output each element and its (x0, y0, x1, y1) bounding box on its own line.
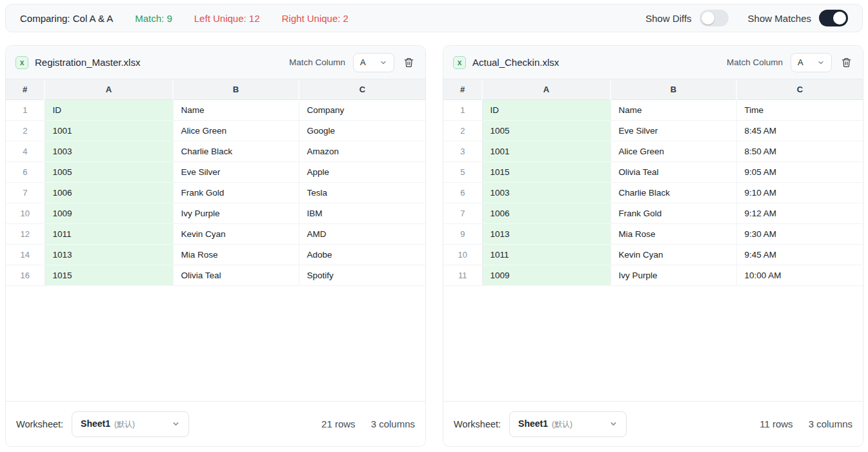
table-row: 1IDNameCompany (6, 99, 425, 120)
chevron-down-icon (817, 59, 825, 67)
match-column-label: Match Column (727, 57, 783, 67)
cell-col-b: Charlie Black (611, 182, 736, 203)
header-row-number: # (6, 79, 45, 99)
cell-col-c: Time (736, 99, 863, 120)
cell-col-a: 1009 (482, 265, 611, 285)
cell-col-b: Eve Silver (611, 120, 736, 141)
row-number: 12 (6, 223, 45, 244)
row-number: 6 (6, 161, 45, 182)
remove-file-button[interactable] (840, 56, 853, 70)
worksheet-label: Worksheet: (454, 419, 501, 429)
row-number: 2 (443, 120, 482, 141)
table-row: 71006Frank Gold9:12 AM (443, 203, 863, 223)
remove-file-button[interactable] (402, 56, 416, 70)
trash-icon (841, 57, 852, 68)
cell-col-b: Olivia Teal (173, 265, 299, 285)
cell-col-a: 1005 (482, 120, 611, 141)
cell-col-c: Spotify (299, 265, 425, 285)
row-number: 5 (443, 161, 482, 182)
cell-col-b: Kevin Cyan (611, 244, 736, 265)
cell-col-b: Name (173, 99, 299, 120)
show-diffs-group: Show Diffs (645, 10, 728, 26)
cell-col-b: Charlie Black (173, 141, 299, 161)
chevron-down-icon (172, 420, 180, 428)
cell-col-b: Mia Rose (611, 223, 736, 244)
cell-col-c: IBM (299, 203, 425, 223)
row-number: 7 (6, 182, 45, 203)
column-count: 3 columns (809, 418, 853, 429)
column-count: 3 columns (371, 418, 415, 429)
right-header-controls: Match Column A (727, 53, 853, 72)
comparing-label: Comparing: Col A & A (20, 13, 113, 24)
match-count: Match: 9 (135, 13, 172, 24)
cell-col-b: Frank Gold (611, 203, 736, 223)
cell-col-b: Ivy Purple (611, 265, 736, 285)
show-matches-toggle[interactable] (819, 10, 848, 26)
cell-col-c: 9:10 AM (736, 182, 863, 203)
cell-col-a: 1013 (45, 244, 173, 265)
left-grid-stats: 21 rows 3 columns (321, 418, 415, 429)
comparison-stats: Comparing: Col A & A Match: 9 Left Uniqu… (20, 13, 348, 24)
header-row-number: # (443, 79, 482, 99)
row-number: 11 (443, 265, 482, 285)
cell-col-c: Tesla (299, 182, 425, 203)
excel-file-icon: x (15, 56, 28, 69)
column-header-row: # A B C (6, 79, 425, 99)
excel-file-icon: x (453, 56, 466, 69)
right-unique-count: Right Unique: 2 (282, 13, 348, 24)
cell-col-a: 1009 (45, 203, 173, 223)
cell-col-c: AMD (299, 223, 425, 244)
worksheet-select[interactable]: Sheet1(默认) (72, 411, 189, 437)
cell-col-a: 1001 (482, 141, 611, 161)
table-row: 101009Ivy PurpleIBM (6, 203, 425, 223)
match-column-select[interactable]: A (791, 53, 832, 72)
table-row: 21005Eve Silver8:45 AM (443, 120, 863, 141)
worksheet-label: Worksheet: (16, 419, 63, 429)
match-column-select[interactable]: A (353, 53, 394, 72)
match-column-value: A (798, 57, 803, 67)
cell-col-a: ID (45, 99, 173, 120)
chevron-down-icon (379, 59, 387, 67)
table-row: 91013Mia Rose9:30 AM (443, 223, 863, 244)
row-number: 3 (443, 141, 482, 161)
cell-col-b: Alice Green (611, 141, 736, 161)
left-panel-header: x Registration_Master.xlsx Match Column … (6, 46, 425, 79)
right-panel-header: x Actual_Checkin.xlsx Match Column A (443, 46, 863, 79)
header-col-c: C (299, 79, 425, 99)
cell-col-a: 1003 (45, 141, 173, 161)
cell-col-c: 10:00 AM (736, 265, 863, 285)
show-matches-group: Show Matches (748, 10, 848, 26)
show-diffs-toggle[interactable] (700, 10, 729, 26)
cell-col-c: 8:45 AM (736, 120, 863, 141)
row-count: 11 rows (760, 418, 792, 429)
toggle-knob (833, 12, 846, 25)
cell-col-b: Frank Gold (173, 182, 299, 203)
worksheet-value: Sheet1(默认) (518, 418, 572, 430)
right-spreadsheet-grid[interactable]: # A B C 1IDNameTime21005Eve Silver8:45 A… (443, 79, 863, 401)
row-number: 9 (443, 223, 482, 244)
header-col-a: A (482, 79, 611, 99)
cell-col-c: 9:12 AM (736, 203, 863, 223)
table-row: 61003Charlie Black9:10 AM (443, 182, 863, 203)
table-row: 51015Olivia Teal9:05 AM (443, 161, 863, 182)
chevron-down-icon (609, 420, 618, 428)
cell-col-b: Mia Rose (173, 244, 299, 265)
trash-icon (403, 57, 414, 68)
worksheet-select[interactable]: Sheet1(默认) (509, 411, 627, 437)
cell-col-b: Kevin Cyan (173, 223, 299, 244)
table-row: 31001Alice Green8:50 AM (443, 141, 863, 161)
cell-col-b: Eve Silver (173, 161, 299, 182)
cell-col-c: Amazon (299, 141, 425, 161)
table-row: 101011Kevin Cyan9:45 AM (443, 244, 863, 265)
table-row: 1IDNameTime (443, 99, 863, 120)
row-number: 10 (443, 244, 482, 265)
table-row: 21001Alice GreenGoogle (6, 120, 425, 141)
cell-col-a: 1015 (482, 161, 611, 182)
cell-col-c: 9:30 AM (736, 223, 863, 244)
row-number: 14 (6, 244, 45, 265)
header-col-b: B (173, 79, 299, 99)
cell-col-c: 9:45 AM (736, 244, 863, 265)
table-row: 121011Kevin CyanAMD (6, 223, 425, 244)
left-spreadsheet-grid[interactable]: # A B C 1IDNameCompany21001Alice GreenGo… (6, 79, 425, 401)
header-col-b: B (611, 79, 736, 99)
